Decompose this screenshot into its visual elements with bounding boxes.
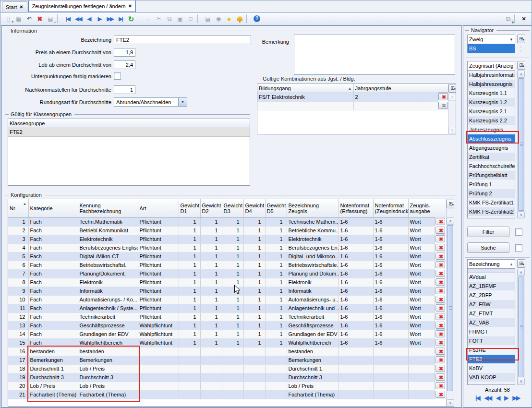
klassengruppe-row[interactable]: FTE2 (8, 128, 250, 136)
grid-settings-icon[interactable]: ⊞ (517, 35, 525, 43)
preis-input[interactable] (114, 48, 135, 57)
suche-button[interactable]: Suche (467, 242, 509, 253)
cut-icon[interactable]: ✂ (154, 14, 164, 24)
tab-zeugniseinstellungen[interactable]: Zeugniseinstellungen festlegen / ändern … (28, 0, 136, 12)
zeugnisart-item[interactable]: KMK FS-Zertifikat2 (468, 207, 515, 216)
delete-row-button[interactable]: ✖ (435, 322, 445, 329)
grid-settings-icon[interactable]: ⊞ (517, 259, 525, 268)
konfiguration-row[interactable]: 18 Durchschnitt 1 Lob / Preis Durchschni… (8, 364, 435, 373)
bemerkung-textarea[interactable] (294, 35, 455, 75)
column-header[interactable]: Kennung Fachbezeichnung▲ (78, 199, 138, 217)
delete-row-button[interactable]: ✖ (435, 365, 445, 372)
filter-button[interactable]: Filter (467, 227, 509, 237)
column-header-bildungsgang[interactable]: Bildungsgang▲ (257, 84, 353, 93)
column-header-klassengruppe[interactable]: Klassengruppe (8, 119, 250, 128)
bezeichnung-item[interactable]: AZ_VAB (468, 318, 515, 327)
delete-row-button[interactable]: ✖ (435, 391, 445, 398)
delete-record-icon[interactable]: ✖ (35, 14, 45, 24)
bezeichnung-item[interactable]: AZ_2BFP (468, 291, 515, 300)
new-record-icon[interactable]: ▯ + (3, 14, 13, 24)
zeugnisart-item[interactable]: Prüfung 2 (468, 189, 515, 198)
column-header[interactable]: Art▲ (138, 199, 179, 217)
scroll-up-icon[interactable]: ∧ (448, 94, 456, 101)
chevron-down-icon[interactable]: ▼ (178, 98, 187, 106)
column-header[interactable]: Zeugnis- ausgabe▲ (408, 199, 435, 217)
detach-icon[interactable]: ⧉ ↴ (504, 14, 513, 24)
column-header[interactable]: Gewicht D1▲ (179, 199, 200, 217)
delete-row-button[interactable]: ✖ (435, 261, 445, 268)
konfiguration-row[interactable]: 8 Fach Elektronik Pflichtunt 1 1 1 1 1 E… (8, 278, 435, 287)
konfiguration-row[interactable]: 9 Fach Informatik Pflichtunt 1 1 1 1 1 I… (8, 287, 435, 295)
delete-row-button[interactable]: ✖ (435, 244, 445, 251)
bezeichnung-item[interactable]: FSJHE (468, 346, 515, 355)
bezeichnung-item[interactable]: VAB-KOOP (468, 373, 515, 382)
konfiguration-row[interactable]: 14 Fach Grundlagen der EDV Wahlpflichtun… (8, 330, 435, 338)
bezeichnung-item[interactable]: FOFT (468, 336, 515, 346)
konfiguration-row[interactable]: 3 Fach Elektrotechnik Pflichtunt 1 1 1 1… (8, 235, 435, 243)
bezeichnung-scrollbar[interactable]: ∧ ∨ (517, 269, 525, 385)
suche-checkbox[interactable] (515, 244, 522, 252)
bezeichnung-item[interactable]: AZ_FTMT (468, 309, 515, 318)
konfiguration-row[interactable]: 12 Fach Technikerarbeit Pflichtunt 1 1 1… (8, 312, 435, 321)
zeugnisart-header[interactable]: Zeugnisart (Anzeige... (467, 61, 515, 71)
delete-row-button[interactable]: ✖ (435, 296, 445, 303)
konfiguration-row[interactable]: 7 Fach Planung/Dokument. Pflichtunt 1 1 … (8, 269, 435, 278)
column-header[interactable]: Bezeichnung Zeugnis▲ (287, 199, 339, 217)
konfiguration-row[interactable]: 1 Fach Techn.Mathematik Pflichtunt 1 1 1… (8, 217, 435, 226)
zeugnisart-item[interactable]: Halbjahresinformati... (468, 71, 515, 80)
bezeichnung-item[interactable]: AZ_FBW (468, 300, 515, 309)
first-record-icon[interactable]: |◀ (63, 14, 73, 24)
delete-row-button[interactable]: ✖ (435, 218, 445, 225)
scrollbar-thumb[interactable] (518, 78, 524, 211)
refresh-icon[interactable]: ↻ (126, 14, 136, 24)
konfiguration-row[interactable]: 19 Durchschnitt 3 Durchschnitt 3 Durchsc… (8, 373, 435, 382)
fast-prev-icon[interactable]: ◀◀ (73, 14, 83, 24)
scroll-down-icon[interactable]: ∨ (517, 49, 524, 52)
konfiguration-row[interactable]: 11 Fach Anlagentechnik / Syste... Pflich… (8, 304, 435, 312)
zeugnisart-item[interactable]: Prüfung 1 (468, 180, 515, 189)
kombination-row[interactable] (257, 101, 438, 110)
grid-settings-icon[interactable]: ⊞ (447, 200, 454, 208)
kombinationen-scrollbar[interactable]: ⊞ ∧ ∨ (448, 84, 456, 134)
konfiguration-row[interactable]: 15 Fach Wahlpflichtbereich Wahlpflichtun… (8, 338, 435, 347)
next-record-icon[interactable]: ▶ (95, 14, 104, 24)
bezeichnung-item[interactable]: FHMGT (468, 327, 515, 336)
bezeichnung-item[interactable]: W3KE1 (468, 382, 515, 385)
zeugnisart-item[interactable]: KMK FS-Zertifikat1 (468, 198, 515, 207)
scroll-up-icon[interactable]: ∧ (518, 71, 525, 78)
zeugnisart-item[interactable]: Jahreszeugnis (468, 125, 515, 134)
record-icon[interactable]: ◉ (214, 14, 223, 24)
delete-row-button[interactable]: ✖ (435, 313, 445, 320)
delete-row-button[interactable]: ✖ (435, 270, 445, 277)
column-header[interactable]: Gewicht D2▲ (200, 199, 222, 217)
save-icon[interactable]: ▦ (14, 14, 24, 24)
delete-row-button[interactable]: ✖ (435, 227, 445, 234)
bezeichnung-item[interactable]: AVdual (468, 273, 515, 282)
zeugnisart-scrollbar[interactable]: ∧ ∨ (517, 71, 525, 218)
delete-row-button[interactable]: ✖ (438, 93, 448, 100)
delete-row-button[interactable]: ✖ (435, 373, 445, 381)
bell-icon[interactable] (235, 14, 244, 24)
konfiguration-row[interactable]: 6 Fach Betriebswirtschaftsl. Pflichtunt … (8, 261, 435, 269)
delete-row-button[interactable]: ✖ (435, 356, 445, 363)
rundungsart-select[interactable]: Abrunden/Abschneiden ▼ (114, 97, 187, 107)
filter-checkbox[interactable] (515, 228, 522, 236)
fast-next-icon[interactable]: ▶▶ (513, 395, 520, 401)
scroll-up-icon[interactable]: ∧ (517, 45, 524, 48)
zeugnisart-item[interactable]: Kurszeugnis 2.1 (468, 107, 515, 116)
delete-row-button[interactable]: ✖ (435, 278, 445, 286)
zeugnisart-item[interactable]: Zertifikat (468, 153, 515, 162)
zeugnisart-item[interactable]: Abgangszeugnis (468, 144, 515, 153)
first-record-icon[interactable]: |◀ (475, 395, 480, 401)
fast-prev-icon[interactable]: ◀◀ (484, 395, 491, 401)
bezeichnung-item[interactable]: KoBV (468, 364, 515, 373)
column-header[interactable]: Gewicht D3▲ (222, 199, 243, 217)
scrollbar-thumb[interactable] (518, 276, 524, 377)
scrollbar-thumb[interactable] (447, 225, 453, 391)
lob-input[interactable] (114, 60, 135, 69)
prev-record-icon[interactable]: ◀ (496, 395, 499, 401)
unterpunktungen-checkbox[interactable] (114, 72, 121, 80)
nachkomma-input[interactable] (114, 85, 135, 94)
close-view-icon[interactable]: ✕ (519, 14, 529, 24)
delete-row-button[interactable]: ✖ (435, 304, 445, 312)
